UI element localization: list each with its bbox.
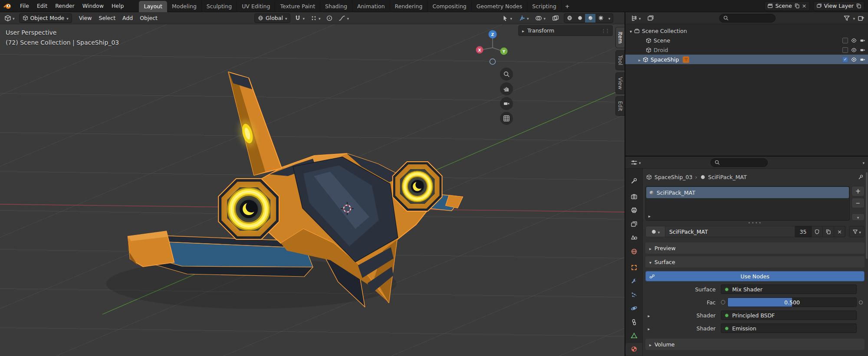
workspace-tab-sculpting[interactable]: Sculpting [202,1,237,12]
material-filter-button[interactable] [849,226,865,237]
view-layer-selector[interactable]: View Layer [813,1,865,11]
remove-slot-button[interactable] [852,198,865,208]
eye-icon[interactable] [851,38,857,43]
outliner-row-scene[interactable]: Scene [625,36,868,45]
gizmos-dropdown[interactable] [517,13,531,23]
users-count-button[interactable]: 35 [795,226,812,237]
toggle-orthographic-button[interactable] [500,112,513,125]
sidebar-tab-tool[interactable]: Tool [615,50,625,70]
browse-material-button[interactable] [645,226,665,237]
tab-tool[interactable] [625,174,642,187]
tab-constraints[interactable] [625,316,642,328]
unlink-scene-icon[interactable] [802,3,807,9]
workspace-tab-shading[interactable]: Shading [320,1,352,12]
surface-shader-dropdown[interactable]: Mix Shader [721,284,857,294]
eye-icon[interactable] [851,47,857,53]
tab-object-data[interactable] [625,329,642,342]
expand-icon[interactable] [638,56,641,63]
tab-physics[interactable] [625,302,642,315]
expand-icon[interactable] [648,325,650,332]
camera-view-button[interactable] [500,97,513,110]
tab-view-layer[interactable] [625,218,642,230]
camera-icon[interactable] [860,47,865,53]
fake-user-button[interactable] [812,226,823,237]
filter-icon[interactable] [843,15,850,22]
workspace-tab-animation[interactable]: Animation [352,1,390,12]
workspace-tab-uv-editing[interactable]: UV Editing [237,1,275,12]
workspace-tab-modeling[interactable]: Modeling [167,1,202,12]
new-view-layer-icon[interactable] [856,3,861,9]
new-material-button[interactable] [823,226,834,237]
tab-scene[interactable] [625,232,642,244]
material-name-field[interactable]: SciFiPack_MAT [665,226,795,237]
resize-grip[interactable]: ∙∙∙∙ [645,221,865,225]
menu-help[interactable]: Help [108,1,128,11]
sidebar-tab-item[interactable]: Item [615,27,625,48]
shading-options-dropdown[interactable] [606,13,613,23]
collapse-icon[interactable] [630,28,632,34]
camera-icon[interactable] [860,38,865,43]
xray-toggle[interactable] [550,13,561,23]
viewport-canvas[interactable]: User Perspective (72) Scene Collection |… [0,24,625,356]
pin-icon[interactable] [858,174,864,180]
scrollbar[interactable] [866,172,868,259]
axis-neg-z-handle[interactable] [490,59,496,65]
sidebar-tab-edit[interactable]: Edit [615,96,625,116]
breadcrumb-object[interactable]: SpaceShip_03 [654,174,693,180]
workspace-tab-rendering[interactable]: Rendering [390,1,428,12]
tab-world[interactable] [625,245,642,258]
panel-preview[interactable]: Preview [645,242,865,254]
selectable-checkbox[interactable] [842,47,848,53]
unlink-material-button[interactable] [834,226,845,237]
material-slot[interactable]: SciFiPack_MAT [646,187,849,198]
properties-editor-type-button[interactable] [629,158,643,167]
workspace-tab-compositing[interactable]: Compositing [427,1,471,12]
mode-dropdown[interactable]: Object Mode [19,13,72,23]
workspace-tab-texture-paint[interactable]: Texture Paint [275,1,320,12]
transform-orientation-dropdown[interactable]: Global [254,13,290,23]
tab-modifiers[interactable] [625,275,642,287]
pan-button[interactable] [500,82,513,95]
shading-wireframe-button[interactable] [564,13,575,23]
workspace-tab-layout[interactable]: Layout [139,1,167,12]
tab-object[interactable] [625,261,642,274]
breadcrumb-material[interactable]: SciFiPack_MAT [708,174,747,180]
tab-render[interactable] [625,190,642,203]
workspace-tab-scripting[interactable]: Scripting [527,1,562,12]
blender-logo-icon[interactable] [3,2,12,10]
menu-window[interactable]: Window [79,1,108,11]
snap-toggle[interactable] [293,13,306,23]
slot-specials-dropdown[interactable] [852,213,865,221]
drag-handle-icon[interactable] [601,27,609,34]
eye-icon[interactable] [851,57,857,62]
overlays-dropdown[interactable] [533,13,547,23]
animate-decorator[interactable] [857,300,865,304]
workspace-tab-geometry-nodes[interactable]: Geometry Nodes [472,1,527,12]
outliner-row-spaceship[interactable]: SpaceShip [625,55,868,64]
new-collection-icon[interactable] [858,15,865,22]
shading-rendered-button[interactable] [595,13,606,23]
scene-selector[interactable]: Scene [764,1,809,11]
navigation-gizmo[interactable]: Z X Y [474,29,512,67]
chevron-down-icon[interactable] [853,15,855,21]
add-slot-button[interactable] [852,186,865,196]
selectable-checkbox[interactable] [842,38,848,43]
outliner-search-input[interactable] [719,14,776,23]
outliner-editor-type-button[interactable] [629,13,643,23]
editor-type-button[interactable] [3,13,16,23]
new-scene-icon[interactable] [794,3,800,9]
shader-dropdown-emission[interactable]: Emission [721,323,857,333]
shading-solid-button[interactable] [575,13,585,23]
proportional-edit-toggle[interactable] [324,13,335,23]
selectable-checkbox[interactable] [842,57,848,62]
add-workspace-button[interactable]: + [562,1,573,12]
menu-edit[interactable]: Edit [33,1,51,11]
outliner-display-mode-dropdown[interactable] [645,13,656,23]
chevron-down-icon[interactable] [862,159,865,166]
transform-panel-header[interactable]: Transform [518,25,613,36]
expand-icon[interactable] [648,312,650,319]
properties-search-input[interactable] [710,158,768,167]
menu-select[interactable]: Select [95,13,119,23]
tab-output[interactable] [625,204,642,217]
snap-settings-dropdown[interactable] [309,13,322,23]
